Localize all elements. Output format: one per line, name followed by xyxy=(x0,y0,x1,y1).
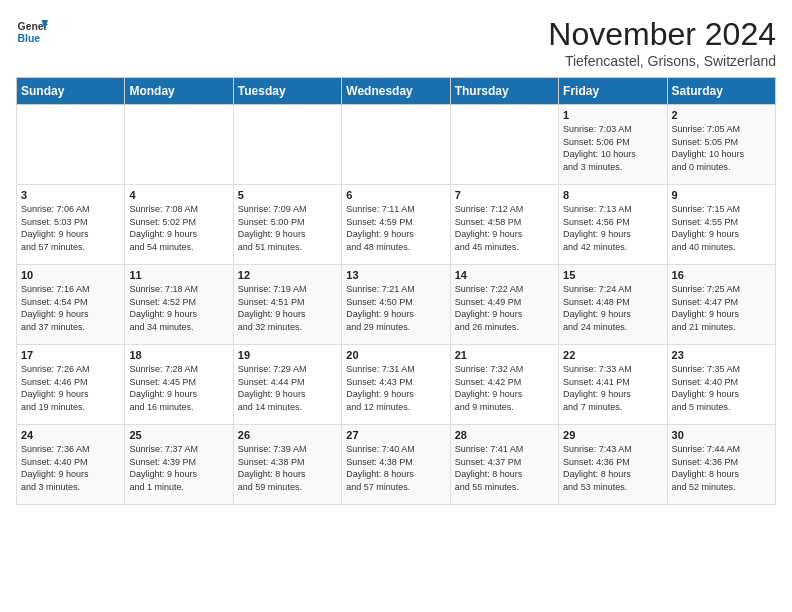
day-number: 5 xyxy=(238,189,337,201)
day-number: 20 xyxy=(346,349,445,361)
logo: General Blue xyxy=(16,16,48,48)
calendar-cell: 30Sunrise: 7:44 AM Sunset: 4:36 PM Dayli… xyxy=(667,425,775,505)
day-info: Sunrise: 7:29 AM Sunset: 4:44 PM Dayligh… xyxy=(238,363,337,413)
calendar-cell: 14Sunrise: 7:22 AM Sunset: 4:49 PM Dayli… xyxy=(450,265,558,345)
day-info: Sunrise: 7:41 AM Sunset: 4:37 PM Dayligh… xyxy=(455,443,554,493)
day-number: 13 xyxy=(346,269,445,281)
calendar-cell: 8Sunrise: 7:13 AM Sunset: 4:56 PM Daylig… xyxy=(559,185,667,265)
calendar-cell xyxy=(342,105,450,185)
day-number: 24 xyxy=(21,429,120,441)
day-info: Sunrise: 7:03 AM Sunset: 5:06 PM Dayligh… xyxy=(563,123,662,173)
calendar-cell: 28Sunrise: 7:41 AM Sunset: 4:37 PM Dayli… xyxy=(450,425,558,505)
header: General Blue November 2024 Tiefencastel,… xyxy=(16,16,776,69)
day-number: 2 xyxy=(672,109,771,121)
day-info: Sunrise: 7:19 AM Sunset: 4:51 PM Dayligh… xyxy=(238,283,337,333)
calendar-cell: 26Sunrise: 7:39 AM Sunset: 4:38 PM Dayli… xyxy=(233,425,341,505)
calendar-cell: 29Sunrise: 7:43 AM Sunset: 4:36 PM Dayli… xyxy=(559,425,667,505)
calendar-table: SundayMondayTuesdayWednesdayThursdayFrid… xyxy=(16,77,776,505)
day-info: Sunrise: 7:33 AM Sunset: 4:41 PM Dayligh… xyxy=(563,363,662,413)
calendar-cell: 27Sunrise: 7:40 AM Sunset: 4:38 PM Dayli… xyxy=(342,425,450,505)
day-number: 1 xyxy=(563,109,662,121)
calendar-cell: 16Sunrise: 7:25 AM Sunset: 4:47 PM Dayli… xyxy=(667,265,775,345)
calendar-cell: 6Sunrise: 7:11 AM Sunset: 4:59 PM Daylig… xyxy=(342,185,450,265)
day-number: 21 xyxy=(455,349,554,361)
calendar-cell: 20Sunrise: 7:31 AM Sunset: 4:43 PM Dayli… xyxy=(342,345,450,425)
day-header: Friday xyxy=(559,78,667,105)
calendar-cell xyxy=(17,105,125,185)
calendar-cell: 1Sunrise: 7:03 AM Sunset: 5:06 PM Daylig… xyxy=(559,105,667,185)
calendar-cell: 22Sunrise: 7:33 AM Sunset: 4:41 PM Dayli… xyxy=(559,345,667,425)
calendar-cell: 23Sunrise: 7:35 AM Sunset: 4:40 PM Dayli… xyxy=(667,345,775,425)
day-info: Sunrise: 7:35 AM Sunset: 4:40 PM Dayligh… xyxy=(672,363,771,413)
day-info: Sunrise: 7:24 AM Sunset: 4:48 PM Dayligh… xyxy=(563,283,662,333)
day-header: Wednesday xyxy=(342,78,450,105)
day-number: 9 xyxy=(672,189,771,201)
week-row: 10Sunrise: 7:16 AM Sunset: 4:54 PM Dayli… xyxy=(17,265,776,345)
day-number: 11 xyxy=(129,269,228,281)
day-info: Sunrise: 7:15 AM Sunset: 4:55 PM Dayligh… xyxy=(672,203,771,253)
day-info: Sunrise: 7:43 AM Sunset: 4:36 PM Dayligh… xyxy=(563,443,662,493)
day-info: Sunrise: 7:05 AM Sunset: 5:05 PM Dayligh… xyxy=(672,123,771,173)
day-info: Sunrise: 7:37 AM Sunset: 4:39 PM Dayligh… xyxy=(129,443,228,493)
day-info: Sunrise: 7:18 AM Sunset: 4:52 PM Dayligh… xyxy=(129,283,228,333)
calendar-cell: 21Sunrise: 7:32 AM Sunset: 4:42 PM Dayli… xyxy=(450,345,558,425)
day-number: 27 xyxy=(346,429,445,441)
calendar-cell xyxy=(125,105,233,185)
day-info: Sunrise: 7:11 AM Sunset: 4:59 PM Dayligh… xyxy=(346,203,445,253)
day-number: 28 xyxy=(455,429,554,441)
day-number: 4 xyxy=(129,189,228,201)
day-number: 22 xyxy=(563,349,662,361)
day-info: Sunrise: 7:13 AM Sunset: 4:56 PM Dayligh… xyxy=(563,203,662,253)
day-info: Sunrise: 7:12 AM Sunset: 4:58 PM Dayligh… xyxy=(455,203,554,253)
day-info: Sunrise: 7:08 AM Sunset: 5:02 PM Dayligh… xyxy=(129,203,228,253)
day-number: 18 xyxy=(129,349,228,361)
day-header: Thursday xyxy=(450,78,558,105)
calendar-cell: 15Sunrise: 7:24 AM Sunset: 4:48 PM Dayli… xyxy=(559,265,667,345)
day-number: 17 xyxy=(21,349,120,361)
day-number: 6 xyxy=(346,189,445,201)
header-row: SundayMondayTuesdayWednesdayThursdayFrid… xyxy=(17,78,776,105)
day-info: Sunrise: 7:16 AM Sunset: 4:54 PM Dayligh… xyxy=(21,283,120,333)
calendar-cell: 13Sunrise: 7:21 AM Sunset: 4:50 PM Dayli… xyxy=(342,265,450,345)
day-number: 30 xyxy=(672,429,771,441)
day-number: 14 xyxy=(455,269,554,281)
day-info: Sunrise: 7:28 AM Sunset: 4:45 PM Dayligh… xyxy=(129,363,228,413)
svg-text:Blue: Blue xyxy=(18,33,41,44)
calendar-cell: 3Sunrise: 7:06 AM Sunset: 5:03 PM Daylig… xyxy=(17,185,125,265)
location-title: Tiefencastel, Grisons, Switzerland xyxy=(548,53,776,69)
day-info: Sunrise: 7:39 AM Sunset: 4:38 PM Dayligh… xyxy=(238,443,337,493)
calendar-cell: 11Sunrise: 7:18 AM Sunset: 4:52 PM Dayli… xyxy=(125,265,233,345)
day-number: 8 xyxy=(563,189,662,201)
day-number: 12 xyxy=(238,269,337,281)
day-header: Monday xyxy=(125,78,233,105)
day-number: 7 xyxy=(455,189,554,201)
day-info: Sunrise: 7:44 AM Sunset: 4:36 PM Dayligh… xyxy=(672,443,771,493)
calendar-cell: 25Sunrise: 7:37 AM Sunset: 4:39 PM Dayli… xyxy=(125,425,233,505)
calendar-cell: 10Sunrise: 7:16 AM Sunset: 4:54 PM Dayli… xyxy=(17,265,125,345)
calendar-cell: 5Sunrise: 7:09 AM Sunset: 5:00 PM Daylig… xyxy=(233,185,341,265)
day-info: Sunrise: 7:21 AM Sunset: 4:50 PM Dayligh… xyxy=(346,283,445,333)
day-header: Saturday xyxy=(667,78,775,105)
day-number: 10 xyxy=(21,269,120,281)
day-header: Tuesday xyxy=(233,78,341,105)
calendar-cell: 17Sunrise: 7:26 AM Sunset: 4:46 PM Dayli… xyxy=(17,345,125,425)
calendar-cell: 9Sunrise: 7:15 AM Sunset: 4:55 PM Daylig… xyxy=(667,185,775,265)
calendar-cell: 12Sunrise: 7:19 AM Sunset: 4:51 PM Dayli… xyxy=(233,265,341,345)
calendar-cell xyxy=(450,105,558,185)
calendar-cell: 24Sunrise: 7:36 AM Sunset: 4:40 PM Dayli… xyxy=(17,425,125,505)
calendar-cell: 19Sunrise: 7:29 AM Sunset: 4:44 PM Dayli… xyxy=(233,345,341,425)
day-number: 29 xyxy=(563,429,662,441)
day-number: 3 xyxy=(21,189,120,201)
calendar-cell: 2Sunrise: 7:05 AM Sunset: 5:05 PM Daylig… xyxy=(667,105,775,185)
day-info: Sunrise: 7:31 AM Sunset: 4:43 PM Dayligh… xyxy=(346,363,445,413)
day-number: 23 xyxy=(672,349,771,361)
day-info: Sunrise: 7:32 AM Sunset: 4:42 PM Dayligh… xyxy=(455,363,554,413)
day-number: 25 xyxy=(129,429,228,441)
title-area: November 2024 Tiefencastel, Grisons, Swi… xyxy=(548,16,776,69)
day-info: Sunrise: 7:36 AM Sunset: 4:40 PM Dayligh… xyxy=(21,443,120,493)
calendar-cell: 7Sunrise: 7:12 AM Sunset: 4:58 PM Daylig… xyxy=(450,185,558,265)
day-info: Sunrise: 7:40 AM Sunset: 4:38 PM Dayligh… xyxy=(346,443,445,493)
day-info: Sunrise: 7:22 AM Sunset: 4:49 PM Dayligh… xyxy=(455,283,554,333)
calendar-cell: 18Sunrise: 7:28 AM Sunset: 4:45 PM Dayli… xyxy=(125,345,233,425)
calendar-cell xyxy=(233,105,341,185)
